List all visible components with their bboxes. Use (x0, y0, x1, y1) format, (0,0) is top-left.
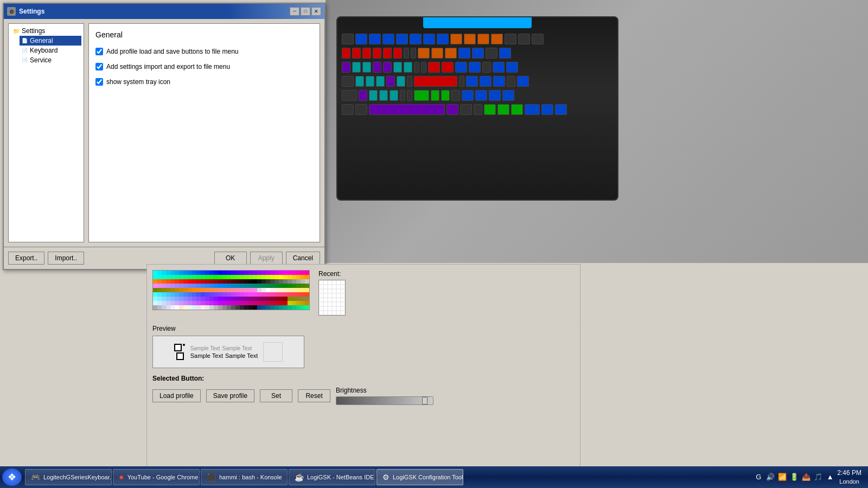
reset-button[interactable]: Reset (298, 389, 330, 402)
keyboard-area (326, 0, 868, 263)
apply-button[interactable]: Apply (250, 252, 283, 265)
taskbar-start-button[interactable]: ❖ (2, 468, 22, 486)
preview-square-1 (174, 344, 182, 351)
taskbar-label-logitech: LogitechGSeriesKeyboar... (43, 474, 112, 480)
tray-icon-speaker[interactable]: 🔊 (765, 472, 775, 482)
tree-item-service-label: Service (30, 56, 52, 64)
minimize-button[interactable] (290, 7, 299, 16)
selected-button-section: Selected Button: Load profile Save profi… (147, 371, 580, 408)
checkbox-label-2: Add settings import and export to file m… (106, 63, 230, 70)
color-picker-section: Recent: (147, 265, 580, 321)
settings-dialog: ⚙ Settings 📁 Settings 📄 General 📄 (3, 3, 326, 270)
taskbar-item-chrome[interactable]: ● YouTube - Google Chrome (113, 469, 200, 485)
preview-color-box (263, 342, 283, 362)
tree-root-settings[interactable]: 📁 Settings (11, 26, 81, 36)
preview-text-3: Sample Text (190, 352, 223, 359)
tray-icon-network[interactable]: 📶 (777, 472, 787, 482)
tree-item-general-label: General (30, 37, 53, 44)
file-icon-general: 📄 (22, 38, 28, 43)
brightness-slider[interactable] (336, 396, 433, 405)
tray-icon-battery[interactable]: 🔋 (789, 472, 799, 482)
taskbar-item-logigsk[interactable]: ⚙ LogiGSK Configration Tool - (376, 469, 463, 485)
load-profile-button[interactable]: Load profile (152, 389, 201, 402)
tray-icon-more[interactable]: ▲ (825, 472, 835, 482)
tray-icon-upload[interactable]: 📤 (801, 472, 811, 482)
keyboard-top-bar (423, 17, 532, 28)
tree-item-general[interactable]: 📄 General (20, 36, 81, 46)
checkbox-item-2: Add settings import and export to file m… (95, 63, 313, 70)
keyboard-keys (337, 28, 617, 121)
checkbox-item-1: Add profile load and save buttons to fil… (95, 48, 313, 55)
checkbox-profile-buttons[interactable] (95, 48, 103, 55)
color-grid[interactable] (152, 270, 310, 310)
taskbar-item-netbeans[interactable]: ☕ LogiGSK - NetBeans IDE 8.2 (289, 469, 375, 485)
preview-dot (183, 344, 185, 346)
close-button[interactable] (311, 7, 321, 16)
brightness-thumb (422, 397, 427, 404)
recent-label: Recent: (318, 270, 346, 278)
file-icon-keyboard: 📄 (22, 48, 28, 53)
selected-button-label: Selected Button: (152, 375, 575, 382)
tray-location: London (837, 478, 861, 485)
dialog-body: 📁 Settings 📄 General 📄 Keyboard 📄 Servic… (4, 19, 324, 247)
maximize-button[interactable] (301, 7, 310, 16)
dialog-title: Settings (19, 8, 286, 15)
taskbar-item-logitech[interactable]: 🎮 LogitechGSeriesKeyboar... (25, 469, 112, 485)
tree-root-label: Settings (22, 27, 45, 35)
preview-text-area: Sample Text Sample Text Sample Text Samp… (190, 345, 258, 359)
preview-text-4: Sample Text (225, 352, 258, 359)
content-title: General (95, 30, 313, 39)
taskbar: ❖ 🎮 LogitechGSeriesKeyboar... ● YouTube … (0, 466, 868, 488)
taskbar-item-konsole[interactable]: ⬛ hammi : bash - Konsole (201, 469, 288, 485)
tray-icon-music[interactable]: 🎵 (813, 472, 823, 482)
folder-icon: 📁 (13, 28, 20, 34)
content-panel: General Add profile load and save button… (88, 23, 320, 242)
taskbar-icon-netbeans: ☕ (295, 473, 304, 481)
tray-icon-g[interactable]: G (754, 472, 763, 482)
taskbar-label-chrome: YouTube - Google Chrome (127, 474, 199, 480)
preview-square-2 (176, 352, 184, 360)
checkbox-settings-import[interactable] (95, 63, 103, 70)
set-button[interactable]: Set (260, 389, 292, 402)
taskbar-icon-chrome: ● (119, 472, 124, 482)
tray-clock[interactable]: 2:46 PM London (837, 469, 861, 485)
preview-squares (174, 344, 185, 360)
dialog-titlebar: ⚙ Settings (4, 4, 324, 19)
tree-panel: 📁 Settings 📄 General 📄 Keyboard 📄 Servic… (8, 23, 84, 242)
cancel-button[interactable]: Cancel (286, 252, 320, 265)
tree-item-service[interactable]: 📄 Service (20, 55, 81, 65)
taskbar-label-netbeans: LogiGSK - NetBeans IDE 8.2 (307, 474, 375, 480)
dialog-app-icon: ⚙ (7, 7, 16, 16)
color-grid-wrapper (152, 270, 310, 310)
brightness-section: Brightness (336, 387, 433, 405)
checkbox-item-3: show system tray icon (95, 78, 313, 86)
import-button[interactable]: Import.. (48, 252, 84, 265)
bottom-area: Recent: Preview Sample Text Sample Text (146, 264, 580, 467)
save-profile-button[interactable]: Save profile (206, 389, 254, 402)
recent-grid[interactable] (318, 280, 346, 316)
taskbar-label-konsole: hammi : bash - Konsole (219, 474, 282, 480)
checkbox-system-tray[interactable] (95, 78, 103, 86)
export-button[interactable]: Export.. (8, 252, 44, 265)
preview-text-2: Sample Text (222, 345, 252, 351)
system-tray: G 🔊 📶 🔋 📤 🎵 ▲ 2:46 PM London (749, 469, 866, 485)
tray-time: 2:46 PM (837, 469, 861, 478)
tree-item-keyboard[interactable]: 📄 Keyboard (20, 46, 81, 55)
preview-area: Sample Text Sample Text Sample Text Samp… (152, 336, 304, 368)
preview-text-1: Sample Text (190, 345, 220, 351)
titlebar-buttons (290, 7, 321, 16)
selected-button-controls: Load profile Save profile Set Reset Brig… (152, 387, 575, 405)
preview-label: Preview (152, 325, 575, 332)
start-icon: ❖ (8, 471, 16, 483)
brightness-label: Brightness (336, 387, 433, 394)
taskbar-icon-konsole: ⬛ (207, 473, 216, 481)
taskbar-icon-logitech: 🎮 (31, 473, 40, 481)
preview-section: Preview Sample Text Sample Text Sample T… (147, 321, 580, 371)
tree-children: 📄 General 📄 Keyboard 📄 Service (20, 36, 81, 65)
tree-item-keyboard-label: Keyboard (30, 47, 58, 54)
taskbar-label-logigsk: LogiGSK Configration Tool - (393, 474, 463, 480)
checkbox-label-1: Add profile load and save buttons to fil… (106, 48, 239, 55)
checkbox-label-3: show system tray icon (106, 78, 170, 86)
ok-button[interactable]: OK (214, 252, 247, 265)
taskbar-icon-logigsk: ⚙ (382, 473, 390, 481)
